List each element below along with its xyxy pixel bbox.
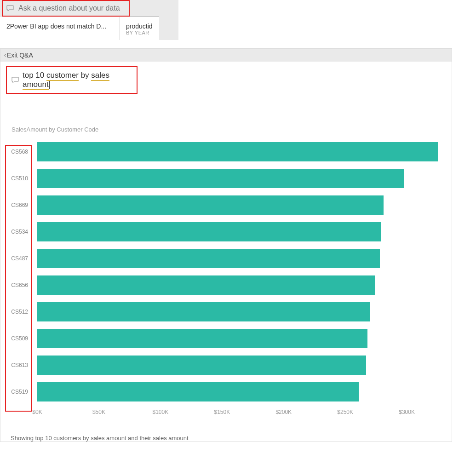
bar[interactable]: [37, 195, 384, 215]
bar[interactable]: [37, 222, 381, 241]
y-axis-label: CS568: [5, 149, 33, 155]
chart-title: SalesAmount by Customer Code: [11, 126, 452, 133]
bar-track: [33, 382, 447, 401]
text-cursor: [49, 81, 50, 89]
bars-container: CS568CS510CS669CS534CS487CS656CS512CS509…: [5, 138, 447, 405]
bar-track: [33, 249, 447, 268]
tab-label: productid: [126, 23, 153, 30]
speech-bubble-icon: [11, 77, 19, 83]
bar-track: [33, 169, 447, 188]
ask-input-underline: [130, 16, 159, 17]
y-axis-label: CS669: [5, 202, 33, 208]
bar-chart: CS568CS510CS669CS534CS487CS656CS512CS509…: [5, 138, 447, 418]
chart-row: CS568: [5, 138, 447, 165]
report-tabs: 2Power BI app does not match D... produc…: [0, 17, 178, 40]
chart-row: CS534: [5, 218, 447, 245]
bar-track: [33, 275, 447, 295]
y-axis-label: CS510: [5, 175, 33, 182]
qna-ask-input[interactable]: [17, 4, 125, 13]
qna-query-box[interactable]: top 10 customer by sales amount: [6, 66, 138, 94]
bar[interactable]: [37, 356, 366, 375]
chart-row: CS519: [5, 379, 447, 405]
speech-bubble-icon: [6, 5, 14, 11]
bar-track: [33, 195, 447, 215]
bar-track: [33, 142, 447, 161]
tab-label: 2Power BI app does not match D...: [6, 23, 106, 30]
qna-ask-region: 2Power BI app does not match D... produc…: [0, 0, 178, 40]
bar[interactable]: [37, 142, 438, 161]
x-axis-tick: $200K: [275, 409, 292, 415]
exit-qna-button[interactable]: ‹ Exit Q&A: [0, 49, 452, 62]
bar-track: [33, 222, 447, 241]
chart-row: CS512: [5, 298, 447, 325]
chart-row: CS509: [5, 325, 447, 352]
tab-report-1[interactable]: 2Power BI app does not match D...: [0, 17, 120, 40]
qna-result-panel: ‹ Exit Q&A top 10 customer by sales amou…: [0, 48, 452, 442]
tab-report-2[interactable]: productid BY YEAR: [120, 17, 159, 40]
result-summary-text: Showing top 10 customers by sales amount…: [11, 435, 452, 442]
y-axis-label: CS656: [5, 282, 33, 288]
bar-track: [33, 356, 447, 375]
y-axis-label: CS487: [5, 255, 33, 262]
y-axis-label: CS613: [5, 362, 33, 368]
y-axis-label: CS512: [5, 309, 33, 315]
tab-sublabel: BY YEAR: [126, 30, 153, 35]
y-axis-label: CS509: [5, 335, 33, 342]
bar[interactable]: [37, 302, 370, 321]
chevron-left-icon: ‹: [4, 52, 6, 58]
y-axis-label: CS519: [5, 389, 33, 395]
x-axis-tick: $100K: [153, 409, 169, 415]
x-axis-tick: $0K: [32, 409, 42, 415]
chart-row: CS487: [5, 245, 447, 272]
y-axis-label: CS534: [5, 229, 33, 235]
bar[interactable]: [37, 169, 404, 188]
x-axis: $0K$50K$100K$150K$200K$250K$300K: [37, 407, 444, 418]
bar[interactable]: [37, 382, 359, 401]
qna-ask-bar[interactable]: [2, 0, 130, 17]
x-axis-tick: $300K: [399, 409, 415, 415]
bar[interactable]: [37, 275, 375, 295]
x-axis-tick: $50K: [92, 409, 105, 415]
bar[interactable]: [37, 249, 380, 268]
chart-row: CS669: [5, 192, 447, 218]
qna-query-text: top 10 customer by sales amount: [23, 71, 132, 89]
exit-qna-label: Exit Q&A: [7, 52, 33, 59]
bar-track: [33, 302, 447, 321]
bar[interactable]: [37, 329, 367, 348]
x-axis-tick: $150K: [214, 409, 230, 415]
chart-row: CS613: [5, 352, 447, 379]
chart-row: CS656: [5, 272, 447, 298]
bar-track: [33, 329, 447, 348]
chart-row: CS510: [5, 165, 447, 192]
x-axis-tick: $250K: [337, 409, 353, 415]
